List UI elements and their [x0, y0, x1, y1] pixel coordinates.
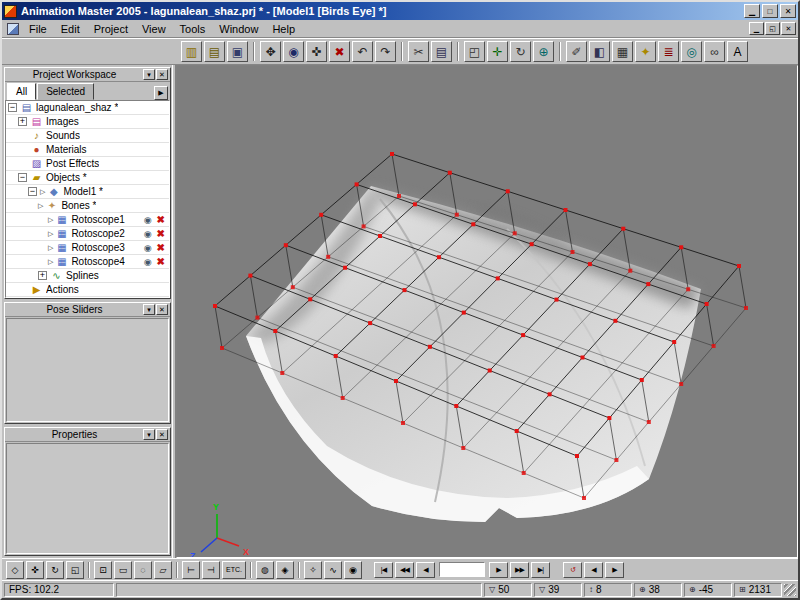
- control-point[interactable]: [255, 316, 259, 320]
- control-point[interactable]: [588, 262, 592, 266]
- disable-x-icon[interactable]: ✖: [157, 228, 165, 239]
- menu-window[interactable]: Window: [212, 21, 265, 37]
- control-point[interactable]: [319, 213, 323, 217]
- disable-x-icon[interactable]: ✖: [157, 242, 165, 253]
- control-point[interactable]: [355, 182, 359, 186]
- tree-row-splines[interactable]: +∿Splines: [6, 269, 169, 283]
- tree-row-sounds[interactable]: ♪Sounds: [6, 129, 169, 143]
- tree-row-rotoscope2[interactable]: ▷▦Rotoscope2◉✖: [6, 227, 169, 241]
- undo-button[interactable]: ↶: [352, 41, 373, 62]
- control-point[interactable]: [284, 243, 288, 247]
- control-point[interactable]: [496, 276, 500, 280]
- close-button[interactable]: ✕: [780, 4, 796, 18]
- tree-expander[interactable]: +: [18, 117, 27, 126]
- control-point[interactable]: [394, 379, 398, 383]
- control-point[interactable]: [705, 302, 709, 306]
- menu-view[interactable]: View: [135, 21, 173, 37]
- control-point[interactable]: [672, 340, 676, 344]
- tree-expander[interactable]: −: [8, 103, 17, 112]
- mdi-minimize-button[interactable]: ▁: [749, 22, 764, 35]
- workspace-close-button[interactable]: ✕: [156, 69, 168, 80]
- properties-close-button[interactable]: ✕: [156, 429, 168, 440]
- open-project-button[interactable]: ▤: [204, 41, 225, 62]
- control-point[interactable]: [362, 224, 366, 228]
- lock-button[interactable]: ◈: [276, 561, 294, 579]
- translate-mode-button[interactable]: ✜: [26, 561, 44, 579]
- viewport-3d[interactable]: Y X Z: [177, 66, 797, 557]
- muscle-mode-button[interactable]: ∿: [324, 561, 342, 579]
- control-point[interactable]: [448, 171, 452, 175]
- mdi-close-button[interactable]: ✕: [781, 22, 796, 35]
- disable-x-icon[interactable]: ✖: [157, 256, 165, 267]
- tree-row-objects[interactable]: −▰Objects *: [6, 171, 169, 185]
- control-point[interactable]: [521, 333, 525, 337]
- tree-row-materials[interactable]: ●Materials: [6, 143, 169, 157]
- standard-mode-button[interactable]: ◇: [6, 561, 24, 579]
- control-point[interactable]: [646, 282, 650, 286]
- maximize-button[interactable]: □: [762, 4, 778, 18]
- menu-tools[interactable]: Tools: [173, 21, 213, 37]
- move-button[interactable]: ✜: [306, 41, 327, 62]
- tree-row-actions[interactable]: ▶Actions: [6, 283, 169, 297]
- control-point[interactable]: [581, 356, 585, 360]
- copy-button[interactable]: ▤: [431, 41, 452, 62]
- control-point[interactable]: [273, 329, 277, 333]
- workspace-rollup-button[interactable]: ▾: [143, 69, 155, 80]
- resize-grip[interactable]: [784, 584, 796, 596]
- control-point[interactable]: [679, 382, 683, 386]
- control-point[interactable]: [461, 446, 465, 450]
- control-point[interactable]: [378, 234, 382, 238]
- control-point[interactable]: [343, 266, 347, 270]
- control-point[interactable]: [280, 371, 284, 375]
- control-point[interactable]: [437, 255, 441, 259]
- control-point[interactable]: [621, 227, 625, 231]
- step-forward-button[interactable]: ▶: [605, 562, 624, 578]
- point-select-button[interactable]: ⊡: [94, 561, 112, 579]
- control-point[interactable]: [628, 269, 632, 273]
- pan-button[interactable]: ✥: [260, 41, 281, 62]
- control-point[interactable]: [291, 285, 295, 289]
- patch-select-button[interactable]: ▱: [154, 561, 172, 579]
- etc-button[interactable]: ETC.: [222, 561, 246, 579]
- control-point[interactable]: [454, 404, 458, 408]
- visibility-eye-icon[interactable]: ◉: [144, 215, 152, 225]
- control-point[interactable]: [582, 496, 586, 500]
- control-point[interactable]: [737, 264, 741, 268]
- control-point[interactable]: [413, 202, 417, 206]
- skin-button[interactable]: ◉: [344, 561, 362, 579]
- control-point[interactable]: [607, 416, 611, 420]
- control-point[interactable]: [575, 454, 579, 458]
- pose-rollup-button[interactable]: ▾: [143, 304, 155, 315]
- tree-row-rotoscope4[interactable]: ▷▦Rotoscope4◉✖: [6, 255, 169, 269]
- tree-row-lagunalean-shaz[interactable]: −▤lagunalean_shaz *: [6, 101, 169, 115]
- control-point[interactable]: [640, 378, 644, 382]
- control-point[interactable]: [679, 245, 683, 249]
- tree-arrow-expander[interactable]: ▷: [48, 258, 53, 266]
- tree-row-bones[interactable]: ▷✦Bones *: [6, 199, 169, 213]
- tree-expander[interactable]: −: [18, 173, 27, 182]
- control-point[interactable]: [403, 288, 407, 292]
- control-point[interactable]: [334, 354, 338, 358]
- control-point[interactable]: [522, 471, 526, 475]
- control-point[interactable]: [571, 250, 575, 254]
- prev-frame-button[interactable]: ◀: [416, 562, 435, 578]
- font-button[interactable]: A: [727, 41, 748, 62]
- control-point[interactable]: [515, 429, 519, 433]
- model-window-icon[interactable]: [7, 23, 19, 35]
- menu-file[interactable]: File: [22, 21, 54, 37]
- control-point[interactable]: [555, 298, 559, 302]
- visibility-eye-icon[interactable]: ◉: [144, 229, 152, 239]
- control-point[interactable]: [686, 287, 690, 291]
- control-point[interactable]: [506, 189, 510, 193]
- control-point[interactable]: [428, 345, 432, 349]
- control-point[interactable]: [712, 344, 716, 348]
- go-to-end-button[interactable]: ▶|: [531, 562, 550, 578]
- tab-selected[interactable]: Selected: [37, 83, 94, 100]
- translate-manipulator-button[interactable]: ✛: [487, 41, 508, 62]
- control-point[interactable]: [471, 222, 475, 226]
- tree-arrow-expander[interactable]: ▷: [48, 216, 53, 224]
- attach-button[interactable]: ⊢: [182, 561, 200, 579]
- tree-row-rotoscope1[interactable]: ▷▦Rotoscope1◉✖: [6, 213, 169, 227]
- tree-row-post-effects[interactable]: ▨Post Effects: [6, 157, 169, 171]
- control-point[interactable]: [614, 458, 618, 462]
